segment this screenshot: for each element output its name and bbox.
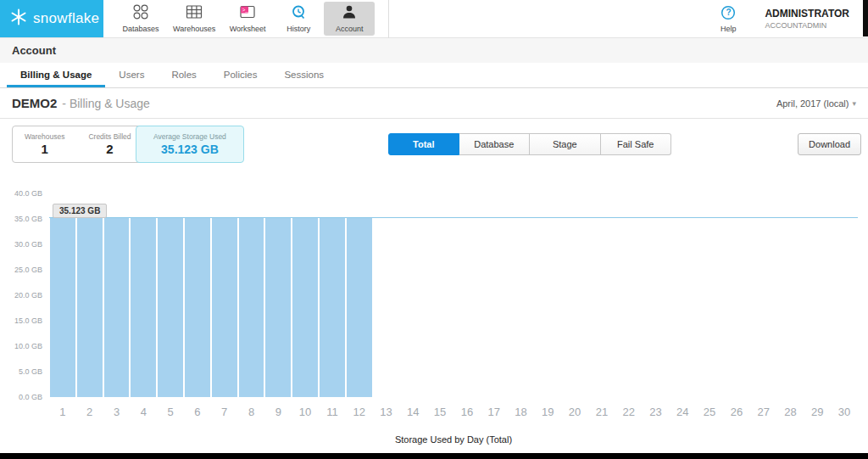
y-axis-tick-label: 5.0 GB	[0, 367, 42, 376]
x-axis-tick-label: 5	[158, 406, 183, 418]
topbar-right: ? Help ADMINISTRATOR ACCOUNTADMIN	[721, 0, 868, 37]
nav-label: Warehouses	[173, 25, 215, 33]
y-axis-tick-label: 15.0 GB	[0, 316, 42, 325]
history-icon	[290, 4, 307, 23]
window-edge-right	[863, 0, 868, 36]
tab-billing-usage[interactable]: Billing & Usage	[7, 63, 105, 87]
credits-billed-value: 2	[106, 142, 113, 156]
x-axis-tick-label: 18	[509, 406, 534, 418]
x-axis-tick-label: 17	[481, 406, 507, 418]
warehouses-icon	[186, 4, 203, 23]
nav-item-account[interactable]: Account	[324, 2, 375, 36]
nav-item-warehouses[interactable]: Warehouses	[166, 2, 222, 36]
x-axis-tick-label: 20	[562, 406, 587, 418]
user-role: ACCOUNTADMIN	[765, 21, 849, 30]
tab-users[interactable]: Users	[105, 63, 158, 87]
window-edge-bottom	[0, 453, 868, 459]
x-axis-tick-label: 4	[131, 406, 156, 418]
y-axis-tick-label: 30.0 GB	[0, 240, 42, 249]
svg-text:>_: >_	[242, 8, 249, 14]
x-axis-tick-label: 13	[374, 406, 399, 418]
filter-database-button[interactable]: Database	[459, 133, 531, 155]
x-axis-tick-label: 19	[535, 406, 560, 418]
x-axis-tick-label: 28	[778, 406, 804, 418]
section-header: DEMO2 - Billing & Usage April, 2017 (loc…	[0, 88, 868, 119]
x-axis-tick-label: 11	[320, 406, 345, 418]
svg-text:?: ?	[726, 8, 732, 17]
help-icon: ?	[721, 5, 736, 24]
x-axis-tick-label: 16	[454, 406, 480, 418]
period-selector[interactable]: April, 2017 (local) ▾	[776, 98, 856, 109]
bar-value-label: 35.123 GB	[53, 204, 107, 218]
nav-items: Databases Warehouses >_ Worksheet	[115, 0, 389, 37]
nav-label: Worksheet	[230, 25, 266, 33]
tab-policies[interactable]: Policies	[210, 63, 271, 87]
account-icon	[341, 4, 358, 23]
average-storage-label: Average Storage Used	[153, 132, 226, 141]
x-axis-tick-label: 27	[751, 406, 776, 418]
y-axis-tick-label: 25.0 GB	[0, 266, 42, 274]
y-axis-tick-label: 10.0 GB	[0, 342, 42, 350]
chevron-down-icon: ▾	[852, 99, 856, 108]
page-title: Account	[0, 38, 868, 63]
filter-total-button[interactable]: Total	[388, 133, 459, 155]
chart: 35.123 GB Storage Used by Day (Total) 40…	[0, 183, 868, 453]
chart-bar	[131, 218, 156, 397]
y-axis-tick-label: 35.0 GB	[0, 215, 42, 223]
average-storage-value: 35.123 GB	[161, 143, 219, 156]
top-navigation-bar: snowflake Databases Warehouses	[0, 0, 868, 38]
nav-label: Account	[336, 25, 364, 33]
y-axis-tick-label: 20.0 GB	[0, 291, 42, 299]
reference-line	[49, 217, 858, 218]
help-button[interactable]: ? Help	[721, 5, 737, 33]
x-axis-tick-label: 3	[104, 406, 130, 418]
x-axis-tick-label: 21	[589, 406, 615, 418]
chart-bar	[158, 218, 183, 397]
x-axis-tick-label: 9	[265, 406, 291, 418]
warehouses-stat: Warehouses 1	[13, 126, 76, 162]
x-axis-tick-label: 29	[804, 406, 830, 418]
tab-sessions[interactable]: Sessions	[270, 63, 337, 87]
tab-roles[interactable]: Roles	[158, 63, 209, 87]
databases-icon	[132, 4, 149, 23]
x-axis-tick-label: 25	[697, 406, 722, 418]
x-axis-tick-label: 23	[643, 406, 669, 418]
section-subtitle: - Billing & Usage	[62, 97, 150, 110]
x-axis-tick-label: 14	[400, 406, 426, 418]
user-menu[interactable]: ADMINISTRATOR ACCOUNTADMIN	[765, 8, 849, 30]
chart-bar	[104, 218, 130, 397]
warehouses-label: Warehouses	[25, 132, 64, 141]
period-label: April, 2017 (local)	[776, 98, 849, 109]
chart-bar	[292, 218, 318, 397]
filter-stage-button[interactable]: Stage	[530, 133, 601, 155]
snowflake-icon	[10, 8, 27, 29]
chart-bar	[347, 218, 372, 397]
chart-bar	[265, 218, 291, 397]
x-axis-tick-label: 6	[185, 406, 210, 418]
x-axis-tick-label: 12	[347, 406, 372, 418]
x-axis-tick-label: 22	[616, 406, 642, 418]
credits-billed-label: Credits Billed	[88, 132, 131, 141]
nav-label: History	[287, 25, 310, 33]
x-axis-tick-label: 1	[50, 406, 75, 418]
x-axis-tick-label: 26	[724, 406, 749, 418]
x-axis-tick-label: 7	[212, 406, 237, 418]
x-axis-tick-label: 2	[77, 406, 103, 418]
storage-filter-group: Total Database Stage Fail Safe	[388, 133, 671, 155]
help-label: Help	[721, 25, 737, 33]
usage-stats-card: Warehouses 1 Credits Billed 2	[12, 126, 143, 163]
chart-bar	[320, 218, 345, 397]
nav-item-history[interactable]: History	[273, 2, 324, 36]
chart-bar	[50, 218, 75, 397]
nav-item-databases[interactable]: Databases	[115, 2, 166, 36]
snowflake-logo[interactable]: snowflake	[0, 0, 103, 37]
x-axis-tick-label: 24	[670, 406, 695, 418]
y-axis-tick-label: 0.0 GB	[0, 393, 42, 401]
x-axis-tick-label: 30	[832, 406, 857, 418]
plot-area: 35.123 GB	[49, 193, 858, 397]
x-axis-tick-label: 10	[292, 406, 318, 418]
user-name: ADMINISTRATOR	[765, 8, 849, 20]
download-button[interactable]: Download	[798, 133, 861, 155]
nav-item-worksheet[interactable]: >_ Worksheet	[222, 2, 273, 36]
filter-failsafe-button[interactable]: Fail Safe	[601, 133, 672, 155]
